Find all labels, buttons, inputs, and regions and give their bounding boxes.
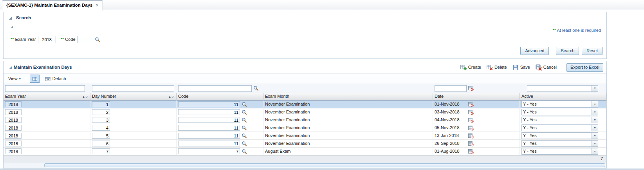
exam-year-input[interactable]	[5, 133, 22, 139]
table-row[interactable]: November Examination 13-Jan-2018 Y - Yes…	[4, 132, 606, 140]
day-number-input[interactable]	[92, 101, 110, 107]
save-label: Save	[520, 65, 530, 70]
table-row[interactable]: November Examination 03-Nov-2018 Y - Yes…	[4, 108, 606, 116]
tab-close-icon[interactable]: ×	[96, 3, 98, 8]
exam-year-input[interactable]	[5, 117, 22, 123]
day-number-input[interactable]	[92, 109, 110, 115]
column-header-active[interactable]: Active	[520, 93, 606, 100]
dropdown-arrow-icon[interactable]: ▾	[592, 141, 598, 146]
code-input[interactable]	[178, 117, 240, 123]
date-picker-icon[interactable]	[467, 148, 474, 155]
code-input[interactable]	[178, 125, 240, 131]
filter-date-input[interactable]	[435, 85, 467, 92]
active-dropdown[interactable]: Y - Yes▾	[521, 101, 598, 108]
code-input[interactable]	[178, 148, 240, 154]
exam-year-input[interactable]	[5, 148, 22, 154]
sort-ascending-icon[interactable]: ▲	[82, 95, 85, 99]
basic-search-disclosure-icon[interactable]	[8, 23, 15, 30]
results-disclosure-icon[interactable]	[7, 64, 14, 71]
table-row[interactable]: November Examination 01-Nov-2018 Y - Yes…	[4, 101, 606, 108]
day-number-cell	[90, 101, 177, 108]
code-lov-search-icon[interactable]	[241, 117, 248, 124]
date-picker-icon[interactable]	[467, 140, 474, 147]
table-row[interactable]: November Examination 04-Nov-2018 Y - Yes…	[4, 116, 606, 124]
active-value: Y - Yes	[522, 102, 592, 107]
filter-code-input[interactable]	[178, 85, 252, 92]
active-dropdown[interactable]: Y - Yes▾	[521, 140, 598, 147]
dropdown-arrow-icon[interactable]: ▾	[592, 133, 598, 139]
dropdown-arrow-icon[interactable]: ▾	[592, 117, 598, 123]
exam-year-input[interactable]	[5, 141, 22, 146]
reset-button[interactable]: Reset	[582, 47, 603, 55]
column-header-exam-month[interactable]: Exam Month	[263, 93, 433, 100]
exam-year-input[interactable]	[5, 109, 22, 115]
scrollbar-thumb[interactable]	[44, 163, 605, 167]
column-label: Exam Month	[265, 94, 289, 99]
horizontal-scrollbar[interactable]	[4, 162, 606, 168]
filter-date-picker-icon[interactable]	[467, 85, 474, 92]
column-header-day-number[interactable]: Day Number ▲▽	[90, 93, 177, 100]
date-picker-icon[interactable]	[467, 109, 474, 116]
active-dropdown[interactable]: Y - Yes▾	[521, 132, 598, 139]
day-number-input[interactable]	[92, 141, 110, 146]
table-row[interactable]: November Examination 05-Nov-2018 Y - Yes…	[4, 124, 606, 132]
table-view-toggle-button[interactable]	[30, 75, 40, 83]
date-picker-icon[interactable]	[467, 124, 474, 132]
active-dropdown[interactable]: Y - Yes▾	[521, 148, 598, 155]
code-lov-search-icon[interactable]	[241, 132, 248, 139]
code-input[interactable]	[178, 133, 240, 139]
dropdown-arrow-icon[interactable]: ▾	[592, 148, 598, 154]
sort-ascending-icon[interactable]: ▲	[168, 95, 171, 99]
day-number-input[interactable]	[92, 117, 110, 123]
tab-maintain-examination-days[interactable]: {SEXAMC-1} Maintain Examination Days ×	[2, 0, 103, 11]
filter-code-search-icon[interactable]	[253, 85, 260, 92]
code-lov-search-icon[interactable]	[241, 101, 248, 108]
date-picker-icon[interactable]	[467, 117, 474, 124]
table-row[interactable]: November Examination 26-Sep-2018 Y - Yes…	[4, 140, 606, 148]
advanced-button[interactable]: Advanced	[520, 47, 549, 55]
dropdown-arrow-icon[interactable]: ▾	[592, 125, 598, 131]
active-dropdown[interactable]: Y - Yes▾	[521, 109, 598, 115]
day-number-input[interactable]	[92, 133, 110, 139]
exam-year-input[interactable]	[5, 101, 22, 107]
search-disclosure-icon[interactable]	[7, 15, 14, 22]
create-button[interactable]: Create	[460, 64, 481, 71]
filter-exam-year-input[interactable]	[5, 85, 85, 92]
day-number-input[interactable]	[92, 148, 110, 154]
view-menu-button[interactable]: View ▾	[7, 75, 22, 82]
code-input[interactable]	[78, 36, 93, 43]
dropdown-arrow-icon[interactable]: ▾	[592, 109, 598, 115]
column-header-code[interactable]: Code	[177, 93, 263, 100]
active-cell: Y - Yes▾	[520, 108, 606, 116]
exam-year-input[interactable]	[38, 36, 56, 43]
sort-descending-icon[interactable]: ▽	[171, 95, 174, 99]
code-lov-search-icon[interactable]	[241, 109, 248, 116]
search-button[interactable]: Search	[556, 47, 579, 55]
filter-day-number-input[interactable]	[92, 85, 174, 92]
export-to-excel-button[interactable]: Export to Excel	[566, 63, 603, 72]
active-dropdown[interactable]: Y - Yes▾	[521, 117, 598, 123]
column-header-date[interactable]: Date	[433, 93, 520, 100]
code-search-lov-icon[interactable]	[94, 36, 101, 43]
table-row[interactable]: August Exam 01-Aug-2018 Y - Yes▾	[4, 148, 606, 155]
code-lov-search-icon[interactable]	[241, 140, 248, 147]
column-header-exam-year[interactable]: Exam Year ▲▽	[4, 93, 90, 100]
exam-year-input[interactable]	[5, 125, 22, 131]
delete-button[interactable]: Delete	[487, 64, 507, 71]
code-input[interactable]	[178, 109, 240, 115]
cancel-button[interactable]: Cancel	[536, 64, 557, 71]
save-button[interactable]: Save	[512, 64, 530, 71]
sort-descending-icon[interactable]: ▽	[85, 95, 88, 99]
code-input[interactable]	[178, 141, 240, 146]
code-lov-search-icon[interactable]	[241, 124, 248, 132]
dropdown-arrow-icon[interactable]: ▾	[592, 101, 598, 107]
filter-active-dropdown[interactable]: ▾	[527, 85, 598, 92]
code-input[interactable]	[178, 101, 240, 107]
filter-active-dropdown-arrow-icon[interactable]: ▾	[592, 86, 598, 91]
code-lov-search-icon[interactable]	[241, 148, 248, 155]
detach-button[interactable]: Detach	[43, 75, 68, 82]
active-dropdown[interactable]: Y - Yes▾	[521, 124, 598, 131]
date-picker-icon[interactable]	[467, 132, 474, 139]
day-number-input[interactable]	[92, 125, 110, 131]
date-picker-icon[interactable]	[467, 101, 474, 108]
